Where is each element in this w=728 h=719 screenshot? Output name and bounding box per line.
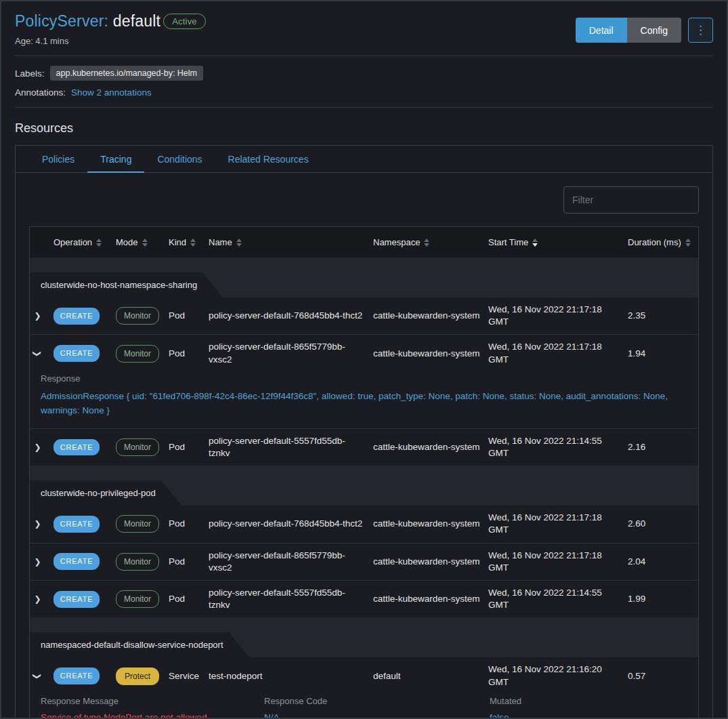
detail-field-label: Response Code — [264, 696, 490, 706]
kind-cell: Service — [169, 670, 209, 682]
row-expander[interactable] — [30, 310, 53, 321]
operation-badge: CREATE — [53, 345, 100, 362]
policy-group: clusterwide-no-privileged-pod CREATE Mon… — [30, 466, 698, 617]
chevron-right-icon — [34, 310, 41, 321]
name-cell: policy-server-default-768d45bb4-thct2 — [209, 310, 373, 322]
tab-conditions[interactable]: Conditions — [144, 146, 215, 172]
table-row[interactable]: CREATE Monitor Pod policy-server-default… — [30, 543, 698, 580]
chevron-right-icon — [34, 518, 41, 529]
labels-label: Labels: — [15, 68, 45, 79]
row-expander[interactable] — [30, 518, 53, 529]
resources-tab-panel: Policies Tracing Conditions Related Reso… — [15, 145, 713, 719]
table-row[interactable]: CREATE Monitor Pod policy-server-default… — [30, 506, 698, 542]
sort-icon — [424, 239, 429, 247]
detail-field-value: false — [490, 712, 687, 719]
sort-icon — [142, 239, 148, 247]
name-cell: test-nodeport — [209, 670, 373, 682]
status-badge: Active — [163, 14, 206, 29]
page-header: PolicyServer: defaultActive Age: 4.1 min… — [15, 12, 713, 46]
start-time-cell: Wed, 16 Nov 2022 21:17:18 GMT — [488, 341, 628, 365]
start-time-cell: Wed, 16 Nov 2022 21:14:55 GMT — [488, 435, 628, 459]
column-header-mode[interactable]: Mode — [116, 237, 169, 247]
table-row[interactable]: CREATE Monitor Pod policy-server-default… — [30, 297, 698, 334]
namespace-cell: cattle-kubewarden-system — [373, 593, 488, 605]
namespace-cell: cattle-kubewarden-system — [373, 518, 488, 530]
chevron-down-icon — [32, 673, 43, 680]
namespace-cell: cattle-kubewarden-system — [373, 348, 488, 360]
column-header-start-time[interactable]: Start Time — [488, 237, 628, 247]
row-expander[interactable] — [30, 594, 53, 604]
response-label: Response — [41, 373, 687, 384]
config-button[interactable]: Config — [627, 18, 681, 43]
annotations-row: Annotations: Show 2 annotations — [15, 87, 713, 98]
divider — [15, 56, 713, 56]
row-expander[interactable] — [30, 556, 53, 567]
start-time-cell: Wed, 16 Nov 2022 21:17:18 GMT — [488, 304, 628, 328]
policy-group: clusterwide-no-host-namespace-sharing CR… — [30, 258, 698, 466]
namespace-cell: cattle-kubewarden-system — [373, 310, 488, 322]
filter-input[interactable] — [563, 186, 699, 213]
chevron-right-icon — [34, 442, 41, 453]
policy-group: namespaced-default-disallow-service-node… — [30, 617, 698, 719]
sort-icon — [96, 239, 102, 247]
mode-badge: Monitor — [116, 307, 159, 325]
table-row[interactable]: CREATE Protect Service test-nodeport def… — [30, 657, 698, 719]
row-expander[interactable] — [30, 442, 53, 453]
table-row[interactable]: CREATE Monitor Pod policy-server-default… — [30, 428, 698, 466]
annotations-link[interactable]: Show 2 annotations — [71, 87, 152, 98]
tracing-table: Operation Mode Kind Name Namespace Start… — [29, 226, 699, 719]
tab-related-resources[interactable]: Related Resources — [215, 146, 322, 172]
row-expander[interactable] — [30, 671, 53, 682]
duration-cell: 2.35 — [628, 310, 698, 322]
detail-field-value: Service of type NodePort are not allowed — [41, 712, 264, 719]
duration-cell: 1.99 — [628, 593, 698, 605]
page-title-kind: PolicyServer: — [15, 12, 108, 30]
column-header-kind[interactable]: Kind — [169, 237, 209, 247]
mode-badge: Monitor — [116, 553, 159, 571]
group-band: clusterwide-no-privileged-pod — [30, 466, 698, 506]
group-band: namespaced-default-disallow-service-node… — [30, 617, 698, 657]
table-row[interactable]: CREATE Monitor Pod policy-server-default… — [30, 580, 698, 617]
duration-cell: 2.60 — [628, 518, 698, 530]
annotations-label: Annotations: — [15, 87, 66, 98]
kind-cell: Pod — [169, 441, 209, 453]
start-time-cell: Wed, 16 Nov 2022 21:17:18 GMT — [488, 550, 628, 574]
duration-cell: 2.16 — [628, 441, 698, 453]
row-expander[interactable] — [30, 348, 53, 359]
age-text: Age: 4.1 mins — [15, 36, 206, 46]
actions-menu-button[interactable]: ⋮ — [688, 18, 713, 43]
mode-badge: Monitor — [116, 345, 159, 363]
column-header-operation[interactable]: Operation — [53, 237, 116, 247]
sort-icon-active — [532, 239, 538, 247]
row-detail-response: Response AdmissionResponse { uid: "61fed… — [30, 372, 698, 428]
column-header-name[interactable]: Name — [209, 237, 373, 247]
group-tab: namespaced-default-disallow-service-node… — [30, 632, 229, 657]
label-badge: app.kubernetes.io/managed-by: Helm — [50, 66, 203, 81]
duration-cell: 1.94 — [628, 348, 698, 360]
group-name: namespaced-default-disallow-service-node… — [41, 640, 223, 650]
name-cell: policy-server-default-5557fd55db-tznkv — [209, 435, 373, 459]
table-row[interactable]: CREATE Monitor Pod policy-server-default… — [30, 334, 698, 428]
sort-icon — [236, 239, 242, 247]
column-header-namespace[interactable]: Namespace — [373, 237, 488, 247]
kebab-icon: ⋮ — [695, 24, 706, 37]
detail-button[interactable]: Detail — [576, 18, 627, 43]
kind-cell: Pod — [169, 348, 209, 360]
chevron-right-icon — [34, 594, 41, 604]
detail-field-label: Mutated — [490, 696, 687, 706]
labels-row: Labels: app.kubernetes.io/managed-by: He… — [15, 66, 713, 81]
tab-policies[interactable]: Policies — [29, 146, 87, 172]
group-band: clusterwide-no-host-namespace-sharing — [30, 258, 698, 297]
start-time-cell: Wed, 16 Nov 2022 21:17:18 GMT — [488, 512, 628, 536]
chevron-right-icon — [34, 556, 41, 567]
start-time-cell: Wed, 16 Nov 2022 21:14:55 GMT — [488, 587, 628, 611]
operation-badge: CREATE — [53, 591, 100, 608]
mode-badge: Monitor — [116, 515, 159, 533]
namespace-cell: cattle-kubewarden-system — [373, 556, 488, 568]
tab-tracing[interactable]: Tracing — [87, 146, 144, 172]
namespace-cell: cattle-kubewarden-system — [373, 441, 488, 453]
duration-cell: 2.04 — [628, 556, 698, 568]
page-title-name: default — [113, 12, 160, 30]
name-cell: policy-server-default-865f5779bb-vxsc2 — [209, 341, 373, 365]
column-header-duration[interactable]: Duration (ms) — [628, 237, 698, 247]
